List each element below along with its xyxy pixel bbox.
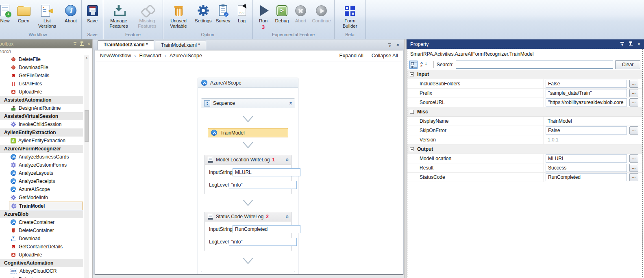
ellipsis-button[interactable]: ... [629, 126, 638, 135]
property-section-misc[interactable]: Misc [407, 107, 642, 117]
toolbox-item-uploadfile[interactable]: UploadFile [0, 88, 93, 96]
log-button[interactable]: LOGLog [233, 2, 251, 24]
toolbox-item-getmodelinfo[interactable]: GetModelInfo [0, 193, 93, 202]
toolbox-category-assistedvirtualsession[interactable]: AssistedVirtualSession [0, 112, 83, 120]
designer-scroll-strip[interactable] [93, 275, 404, 278]
property-value-result[interactable]: Success [546, 164, 627, 172]
toolbox-item-invokechildsession[interactable]: InvokeChildSession [0, 120, 93, 128]
property-section-input[interactable]: Input [407, 70, 642, 79]
toolbox-search-input[interactable] [0, 48, 93, 55]
toolbox-item-abbyycloudocr[interactable]: OCRAbbyyCloudOCR [0, 267, 93, 275]
toolbox-item-createcontainer[interactable]: CreateContainer [0, 218, 93, 226]
property-pin-icon[interactable] [629, 41, 633, 47]
toolbox-item-getfiledetails[interactable]: GetFileDetails [0, 72, 93, 80]
breadcrumb-flowchart[interactable]: Flowchart [139, 53, 161, 59]
toolbox-category-assistedautomation[interactable]: AssistedAutomation [0, 96, 83, 104]
about-button[interactable]: iAbout [61, 2, 80, 24]
toolbox-category-azureblob[interactable]: AzureBlob [0, 210, 83, 218]
toolbox-scrollbar[interactable]: ▲ [84, 55, 89, 278]
toolbox-close-icon[interactable]: × [87, 41, 90, 46]
property-value-skiponerror[interactable]: False [546, 126, 627, 135]
collapse-chevron-icon[interactable]: » [284, 158, 289, 161]
property-value-modellocation[interactable]: MLURL [546, 154, 627, 163]
collapse-box-icon[interactable] [410, 147, 414, 151]
property-close-icon[interactable]: × [637, 42, 640, 47]
ellipsis-button[interactable]: ... [629, 80, 638, 88]
ellipsis-button[interactable]: ... [629, 154, 638, 163]
toolbox-item-downloadfile[interactable]: DownloadFile [0, 63, 93, 72]
toolbox-item-aylienentityextraction[interactable]: AAylienEntityExtraction [0, 137, 93, 145]
loglevel-field[interactable] [229, 181, 297, 189]
breadcrumb-azureaiscope[interactable]: AzureAIScope [170, 53, 202, 59]
sequence-activity[interactable]: Sequence » TrainModel [201, 98, 295, 272]
toolbox-item-analyzelayouts[interactable]: AnalyzeLayouts [0, 169, 93, 177]
property-value-statuscode[interactable]: RunCompleted [546, 173, 627, 181]
toolbox-item-listallfiles[interactable]: ListAllFiles [0, 80, 93, 88]
toolbox-item-deletecontainer[interactable]: DeleteContainer [0, 226, 93, 235]
toolbox-item-uploadfile[interactable]: UploadFile [0, 251, 93, 259]
writelog2-header[interactable]: Status Code WriteLog 2 » [205, 212, 291, 222]
run-button[interactable]: Run3 [254, 2, 273, 30]
property-value-includesubfolders[interactable]: False [546, 80, 627, 88]
azureaiscope-activity[interactable]: AzureAIScope Sequence » TrainMode [198, 78, 298, 274]
inputstring-field[interactable] [233, 225, 300, 233]
status-code-writelog-activity[interactable]: Status Code WriteLog 2 » InputString Log… [205, 212, 292, 251]
collapse-box-icon[interactable] [410, 110, 414, 114]
property-section-output[interactable]: Output [407, 145, 642, 154]
scroll-up-icon[interactable]: ▲ [84, 56, 89, 59]
toolbox-item-deletefile[interactable]: DeleteFile [0, 55, 93, 63]
property-search-input[interactable] [456, 61, 613, 69]
sequence-header[interactable]: Sequence » [201, 99, 295, 108]
tab-list-dropdown-icon[interactable]: ▼ [388, 43, 391, 48]
debug-button[interactable]: >Debug [273, 2, 292, 24]
clear-button[interactable]: Clear [615, 60, 640, 69]
collapse-chevron-icon[interactable]: » [287, 102, 293, 105]
list-versions-button[interactable]: List Versions [33, 2, 61, 29]
categorized-view-icon[interactable] [409, 61, 418, 69]
manage-features-button[interactable]: Manage Features [104, 2, 133, 29]
alphabetical-sort-icon[interactable]: AZ↓ [419, 61, 428, 69]
toolbox-item-azureaiscope[interactable]: AzureAIScope [0, 185, 93, 193]
trainmodel-activity[interactable]: TrainModel [208, 128, 288, 137]
property-menu-icon[interactable]: ▼ [620, 42, 624, 47]
ellipsis-button[interactable]: ... [629, 89, 638, 97]
toolbox-item-designandruntime[interactable]: DesignAndRuntime [0, 104, 93, 112]
tab-trainmodel2[interactable]: TrainModel2.xaml * [98, 40, 154, 50]
writelog1-header[interactable]: Model Location WriteLog 1 » [205, 155, 291, 165]
toolbox-pin-icon[interactable] [80, 41, 84, 47]
toolbox-category-cognitiveautomation[interactable]: CognitiveAutomation [0, 259, 83, 267]
survey-button[interactable]: ✓Survey [214, 2, 233, 24]
azureaiscope-header[interactable]: AzureAIScope [198, 78, 298, 88]
tab-close-icon[interactable]: × [396, 42, 399, 48]
toolbox-category-azureaiformrecognizer[interactable]: AzureAIFormRecognizer [0, 145, 83, 153]
tab-trainmodel[interactable]: TrainModel.xaml * [155, 41, 206, 50]
new-button[interactable]: New [0, 2, 14, 24]
toolbox-menu-icon[interactable]: ▼ [74, 42, 76, 46]
ellipsis-button[interactable]: ... [629, 173, 638, 181]
toolbox-item-analyzebusinesscards[interactable]: AnalyzeBusinessCards [0, 153, 93, 161]
collapse-chevron-icon[interactable]: » [284, 215, 289, 218]
model-location-writelog-activity[interactable]: Model Location WriteLog 1 » InputString … [205, 155, 292, 194]
collapse-all-link[interactable]: Collapse All [372, 53, 398, 59]
breadcrumb-newworkflow[interactable]: NewWorkflow [100, 53, 131, 59]
toolbox-category-aylienentityextraction[interactable]: AylienEntityExtraction [0, 128, 83, 137]
ellipsis-button[interactable]: ... [629, 98, 638, 106]
toolbox-item-detect[interactable]: Detect [0, 275, 93, 278]
toolbox-item-getcontainerdetails[interactable]: GetContainerDetails [0, 243, 93, 251]
open-button[interactable]: Open [14, 2, 33, 24]
scrollbar-thumb[interactable] [85, 110, 89, 142]
toolbox-item-analyzereceipts[interactable]: AnalyzeReceipts [0, 177, 93, 185]
save-button[interactable]: Save [83, 2, 102, 24]
toolbox-item-analyzecustomforms[interactable]: AnalyzeCustomForms [0, 161, 93, 169]
inputstring-field[interactable] [233, 168, 300, 176]
settings-button[interactable]: Settings [193, 2, 214, 24]
property-value-sourceurl[interactable]: "https://robilityazureaidev.blob.core [546, 98, 627, 106]
loglevel-field[interactable] [229, 238, 297, 246]
toolbox-item-download[interactable]: Download [0, 235, 93, 243]
expand-all-link[interactable]: Expand All [339, 53, 363, 59]
ellipsis-button[interactable]: ... [629, 164, 638, 172]
collapse-box-icon[interactable] [410, 72, 414, 76]
toolbox-item-trainmodel[interactable]: TrainModel [9, 202, 83, 210]
property-value-prefix[interactable]: "sample_data/Train" [546, 89, 627, 97]
unused-variable-button[interactable]: Unused Variable [164, 2, 193, 29]
